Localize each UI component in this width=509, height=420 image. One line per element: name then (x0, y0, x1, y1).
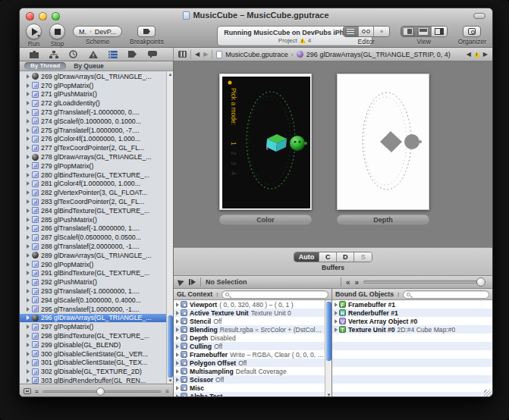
toolbar-toggle-button[interactable] (473, 13, 485, 19)
trace-call-row[interactable]: 283 glTexCoordPointer(2, GL_FL... (20, 197, 166, 206)
trace-call-row[interactable]: 294 glScalef(0.1000000, 0.4000... (20, 296, 166, 305)
breakpoint-navigator-icon[interactable] (127, 50, 137, 59)
disclosure-triangle-icon[interactable] (27, 324, 30, 329)
bound-objects-title[interactable]: Bound GL Objects (335, 290, 394, 298)
trace-call-row[interactable]: 284 glBindTexture(GL_TEXTURE_... (20, 206, 166, 215)
trace-call-row[interactable]: 273 glTranslatef(-1.0000000, 0.... (20, 108, 166, 117)
disclosure-triangle-icon[interactable] (176, 361, 179, 365)
trace-call-row[interactable]: 297 glPopMatrix() (20, 322, 166, 331)
disclosure-triangle-icon[interactable] (27, 119, 30, 124)
trace-call-row[interactable]: 275 glTranslatef(1.0000000, -7.... (20, 126, 166, 135)
disclosure-triangle-icon[interactable] (335, 311, 338, 315)
sort-indicator-icon[interactable]: ↕ (215, 291, 218, 298)
disclosure-triangle-icon[interactable] (27, 136, 30, 141)
version-editor-button[interactable]: ‹› (374, 27, 389, 36)
toggle-utilities-button[interactable] (432, 27, 447, 36)
gl-state-row[interactable]: Framebuffer Write – RGBA, Clear ( 0, 0, … (174, 350, 325, 359)
gl-state-row[interactable]: Misc (174, 384, 325, 392)
gl-state-row[interactable]: Culling Off (174, 342, 325, 350)
disclosure-triangle-icon[interactable] (176, 353, 179, 357)
disclosure-triangle-icon[interactable] (27, 173, 30, 177)
scroll-down-arrow[interactable]: ▼ (325, 392, 331, 397)
trace-call-row[interactable]: 303 glBindRenderbuffer(GL_REN... (20, 376, 166, 384)
gl-state-row[interactable]: Stencil Off (174, 317, 325, 325)
disclosure-triangle-icon[interactable] (335, 319, 338, 324)
buffers-color-button[interactable]: C (319, 252, 337, 262)
issue-navigator-icon[interactable] (88, 50, 98, 59)
next-issue-button[interactable]: ▶ (483, 51, 488, 58)
disclosure-triangle-icon[interactable] (27, 190, 30, 195)
log-navigator-icon[interactable] (147, 50, 157, 59)
gl-state-row[interactable]: Polygon Offset Off (174, 359, 325, 367)
organizer-button[interactable] (463, 26, 481, 37)
trace-call-row[interactable]: 295 glTranslatef(1.0000000, -1.... (20, 305, 166, 314)
breadcrumb-call[interactable]: 296 glDrawArrays(GL_TRIANGLE_STRIP, 0, 4… (306, 51, 451, 58)
color-buffer-preview[interactable]: Pick a mode: 1 2 3 4 (219, 74, 312, 210)
trace-call-row[interactable]: 300 glDisableClientState(GL_VER... (20, 349, 166, 359)
disclosure-triangle-icon[interactable] (176, 302, 179, 307)
scrollbar-thumb[interactable] (168, 315, 173, 378)
gl-context-scrollbar[interactable]: ▼ (325, 300, 331, 397)
disclosure-triangle-icon[interactable] (176, 344, 179, 349)
depth-buffer-preview[interactable] (337, 74, 429, 210)
toggle-debug-area-button[interactable] (416, 27, 432, 36)
forward-button[interactable]: ▶ (203, 51, 208, 58)
disclosure-triangle-icon[interactable] (176, 386, 179, 390)
disclosure-triangle-icon[interactable] (27, 128, 30, 133)
disclosure-triangle-icon[interactable] (176, 369, 179, 374)
bound-object-row[interactable]: T Texture Unit #0 2D:#4 Cube Map:#0 (332, 325, 492, 334)
disclosure-triangle-icon[interactable] (27, 101, 30, 105)
bound-object-row[interactable]: V Vertex Array Object #0 (332, 317, 492, 325)
issue-count[interactable]: 4 (308, 37, 311, 44)
disclosure-triangle-icon[interactable] (27, 83, 30, 88)
gl-state-row[interactable]: Viewport ( 0, 0, 320, 480 ) – ( 0, 1 ) (174, 300, 325, 309)
gl-state-row[interactable]: Alpha Test (174, 392, 325, 397)
disclosure-triangle-icon[interactable] (27, 360, 30, 365)
disclosure-triangle-icon[interactable] (27, 199, 30, 204)
trace-call-row[interactable]: 299 glDisable(GL_BLEND) (20, 340, 166, 349)
gl-context-title[interactable]: GL Context (177, 290, 212, 298)
disclosure-triangle-icon[interactable] (27, 253, 30, 258)
trace-call-row[interactable]: 280 glBindTexture(GL_TEXTURE_... (20, 171, 166, 180)
trace-call-row[interactable]: 301 glDisableClientState(GL_TEX... (20, 359, 166, 368)
flatten-icon[interactable]: = (35, 388, 39, 395)
trace-call-row[interactable]: 277 glTexCoordPointer(2, GL_FL... (20, 143, 166, 152)
disclosure-triangle-icon[interactable] (27, 307, 30, 312)
disclosure-triangle-icon[interactable] (27, 244, 30, 249)
trace-call-row[interactable]: 272 glLoadIdentity() (20, 99, 166, 108)
slider-knob[interactable] (96, 387, 105, 396)
debug-navigator-icon[interactable] (108, 50, 118, 59)
color-buffer-label[interactable]: Color (219, 215, 312, 224)
previous-issue-button[interactable]: ◀ (467, 51, 471, 58)
scrollbar-thumb[interactable] (326, 302, 331, 361)
trace-call-row[interactable]: 281 glColor4f(1.0000000, 1.000... (20, 180, 166, 189)
disclosure-triangle-icon[interactable] (27, 315, 30, 320)
trace-call-row[interactable]: 271 glPushMatrix() (20, 90, 166, 99)
tab-by-queue[interactable]: By Queue (74, 62, 104, 70)
scrub-forward-button[interactable]: » (354, 278, 359, 287)
buffers-auto-button[interactable]: Auto (294, 252, 320, 262)
disclosure-triangle-icon[interactable] (27, 280, 30, 284)
trace-call-row[interactable]: 288 glTranslatef(2.0000000, -1.... (20, 242, 166, 251)
gl-context-search-field[interactable] (222, 290, 328, 299)
trace-call-row[interactable]: 285 glPushMatrix() (20, 215, 166, 224)
stop-button[interactable] (49, 24, 65, 39)
run-button[interactable] (26, 24, 42, 39)
disclosure-triangle-icon[interactable] (27, 208, 30, 213)
symbol-navigator-icon[interactable] (49, 50, 58, 59)
trace-call-row[interactable]: 276 glColor4f(1.0000000, 1.000... (20, 135, 166, 144)
project-navigator-icon[interactable] (29, 50, 39, 59)
disclosure-triangle-icon[interactable] (335, 328, 338, 332)
toggle-navigator-button[interactable] (401, 27, 416, 36)
back-button[interactable]: ◀ (195, 51, 200, 58)
sort-indicator-icon[interactable]: ↕ (397, 291, 400, 298)
disclosure-triangle-icon[interactable] (27, 235, 30, 240)
scheme-target[interactable]: M. (79, 28, 86, 36)
gl-state-row[interactable]: Scissor Off (174, 375, 325, 384)
titlebar[interactable]: MusicCube – MusicCube.gputrace (20, 8, 492, 24)
breakpoints-button[interactable] (137, 26, 156, 37)
bound-object-row[interactable]: F Framebuffer #1 (332, 300, 492, 309)
current-location-icon[interactable] (178, 278, 185, 286)
gl-state-row[interactable]: Active Texture Unit Texture Unit 0 (174, 309, 325, 317)
disclosure-triangle-icon[interactable] (27, 262, 30, 267)
